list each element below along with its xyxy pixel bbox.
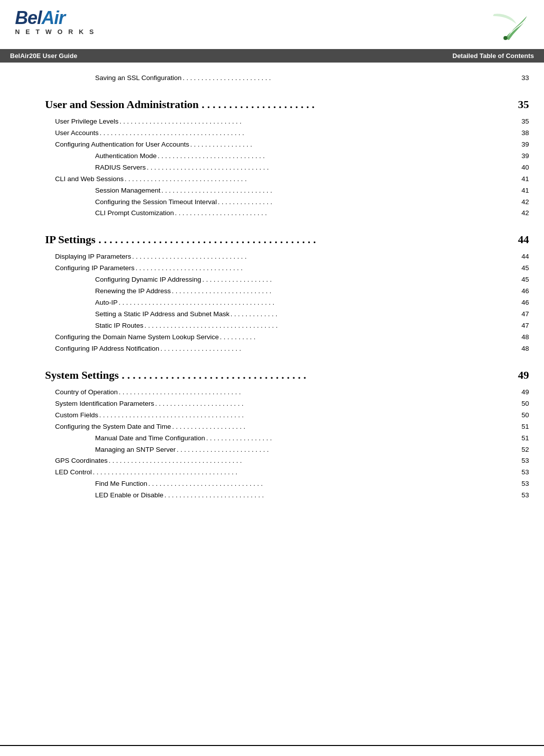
entry-text: LED Enable or Disable: [95, 490, 164, 501]
toc-section-header-2: System Settings. . . . . . . . . . . . .…: [45, 369, 529, 382]
entry-text: Displaying IP Parameters: [55, 251, 131, 263]
entry-page: 48: [514, 332, 529, 343]
entry-dots: . . . . . . . . . . . . . . . . . . . . …: [119, 297, 513, 309]
toc-entry: Authentication Mode. . . . . . . . . . .…: [95, 151, 529, 162]
entry-text: Configuring IP Parameters: [55, 263, 135, 274]
entry-dots: . . . . . . . . . . . . . . . . . . . . …: [165, 490, 513, 501]
entry-text: Configuring Dynamic IP Addressing: [95, 274, 201, 286]
entry-page: 44: [514, 251, 529, 263]
toc-entry: Configuring the System Date and Time. . …: [55, 421, 529, 433]
entry-page: 53: [514, 490, 529, 501]
entry-dots: . . . . . . . . . . . . . . . . . . . . …: [177, 444, 513, 456]
title-bar: BelAir20E User Guide Detailed Table of C…: [0, 49, 544, 63]
entry-text: CLI and Web Sessions: [55, 174, 124, 185]
toc-entry: Custom Fields. . . . . . . . . . . . . .…: [55, 410, 529, 421]
entry-page: 51: [514, 421, 529, 433]
entry-dots: . . . . . . . . . . . . . . . . . . . . …: [136, 263, 513, 274]
toc-entry: GPS Coordinates. . . . . . . . . . . . .…: [55, 455, 529, 467]
toc-entry: Configuring the Session Timeout Interval…: [95, 197, 529, 208]
entry-text: User Accounts: [55, 128, 99, 139]
entry-text: Country of Operation: [55, 387, 118, 398]
entry-dots: . . . . . . . . . . . . . . . . . . . . …: [109, 455, 513, 467]
section-dots: . . . . . . . . . . . . . . . . . . . . …: [99, 233, 511, 246]
toc-content: Saving an SSL Configuration . . . . . . …: [0, 73, 544, 551]
toc-entry: Renewing the IP Address. . . . . . . . .…: [95, 286, 529, 297]
entry-dots: . . . . . . . . . . . . . . . . . . . . …: [145, 320, 513, 332]
page-header: BelAir N E T W O R K S: [0, 0, 544, 49]
entry-text: Static IP Routes: [95, 320, 144, 332]
entry-dots: . . . . . . . . . . . . . . . . . . .: [202, 274, 513, 286]
footer-doc-number: [0, 752, 544, 756]
entry-text: Renewing the IP Address: [95, 286, 171, 297]
logo-belair: BelAir: [15, 9, 96, 27]
toc-entry: User Accounts. . . . . . . . . . . . . .…: [55, 128, 529, 139]
entry-dots: . . . . . . . . . . . . . . . . . . . . …: [172, 286, 513, 297]
page-footer: [0, 745, 544, 756]
entry-text: CLI Prompt Customization: [95, 208, 174, 219]
entry-page: 49: [514, 387, 529, 398]
entry-text: GPS Coordinates: [55, 455, 108, 467]
entry-text: Session Management: [95, 185, 161, 197]
entry-page: 52: [514, 444, 529, 456]
entry-page: 50: [514, 410, 529, 421]
toc-entry: Static IP Routes. . . . . . . . . . . . …: [95, 320, 529, 332]
section-dots: . . . . . . . . . . . . . . . . . . . . …: [122, 369, 511, 382]
toc-entry: Configuring IP Address Notification. . .…: [55, 343, 529, 355]
toc-entry: Displaying IP Parameters. . . . . . . . …: [55, 251, 529, 263]
entry-dots: . . . . . . . . . . . . . . . . . . . . …: [99, 410, 513, 421]
entry-text: Setting a Static IP Address and Subnet M…: [95, 309, 229, 320]
entry-page: 35: [514, 116, 529, 128]
entry-dots: . . . . . . . . . . . . . . . . . . . . …: [93, 467, 513, 478]
entry-dots: . . . . . . . . . . . . . . . . . . . . …: [158, 151, 513, 162]
logo-networks: N E T W O R K S: [15, 28, 96, 36]
toc-entry: CLI Prompt Customization. . . . . . . . …: [95, 208, 529, 219]
entry-page: 42: [514, 197, 529, 208]
section-page: 44: [514, 233, 529, 246]
entry-dots: . . . . . . . . . . . . . . . . . . . . …: [148, 478, 513, 490]
entry-page: 47: [514, 309, 529, 320]
entry-page: 46: [514, 297, 529, 309]
entry-dots: . . . . . . . . . . . . . . . . . . . . …: [183, 73, 513, 84]
entry-dots: . . . . . . . . . . . . . . . . . . . . …: [162, 185, 513, 197]
entry-dots: . . . . . . . . . . . . . . . . . . . . …: [125, 174, 513, 185]
entry-dots: . . . . . . . . . . . . . . . . . . . . …: [119, 387, 513, 398]
toc-entry: System Identification Parameters. . . . …: [55, 398, 529, 410]
entry-page: 53: [514, 455, 529, 467]
toc-entry: CLI and Web Sessions. . . . . . . . . . …: [55, 174, 529, 185]
footer-main: [0, 746, 544, 752]
toc-entry: LED Enable or Disable. . . . . . . . . .…: [95, 490, 529, 501]
entry-dots: . . . . . . . . . . . . . . . . . . . . …: [147, 162, 513, 174]
entry-page: 53: [514, 467, 529, 478]
toc-entry: Setting a Static IP Address and Subnet M…: [95, 309, 529, 320]
entry-page: 53: [514, 478, 529, 490]
entry-dots: . . . . . . . . . . . . . . . . . . . .: [172, 421, 513, 433]
section-title: User and Session Administration: [45, 98, 199, 111]
section-title: System Settings: [45, 369, 119, 382]
logo-area: BelAir N E T W O R K S: [15, 9, 96, 36]
toc-entry: Session Management. . . . . . . . . . . …: [95, 185, 529, 197]
toc-entry: Manual Date and Time Configuration. . . …: [95, 433, 529, 444]
toc-entry: Managing an SNTP Server. . . . . . . . .…: [95, 444, 529, 456]
entry-page: 45: [514, 263, 529, 274]
entry-text: Configuring Authentication for User Acco…: [55, 139, 189, 151]
entry-text: RADIUS Servers: [95, 162, 146, 174]
section-page: 49: [514, 369, 529, 382]
entry-text: Custom Fields: [55, 410, 98, 421]
entry-text: Configuring the Domain Name System Looku…: [55, 332, 219, 343]
entry-text: Configuring IP Address Notification: [55, 343, 159, 355]
entry-dots: . . . . . . . . . .: [220, 332, 513, 343]
entry-dots: . . . . . . . . . . . . . . . . . .: [206, 433, 513, 444]
entry-text: Saving an SSL Configuration: [95, 73, 182, 84]
toc-entry: Auto-IP. . . . . . . . . . . . . . . . .…: [95, 297, 529, 309]
entry-dots: . . . . . . . . . . . . . . . . . . . . …: [100, 128, 513, 139]
entry-text: LED Control: [55, 467, 92, 478]
entry-page: 45: [514, 274, 529, 286]
toc-entry: Configuring Authentication for User Acco…: [55, 139, 529, 151]
entry-dots: . . . . . . . . . . . . .: [230, 309, 513, 320]
toc-entry: Configuring IP Parameters. . . . . . . .…: [55, 263, 529, 274]
title-right: Detailed Table of Contents: [452, 52, 534, 60]
toc-entry: Find Me Function. . . . . . . . . . . . …: [95, 478, 529, 490]
entry-text: Authentication Mode: [95, 151, 157, 162]
entry-dots: . . . . . . . . . . . . . . . . . . . . …: [160, 343, 513, 355]
toc-entry: RADIUS Servers. . . . . . . . . . . . . …: [95, 162, 529, 174]
